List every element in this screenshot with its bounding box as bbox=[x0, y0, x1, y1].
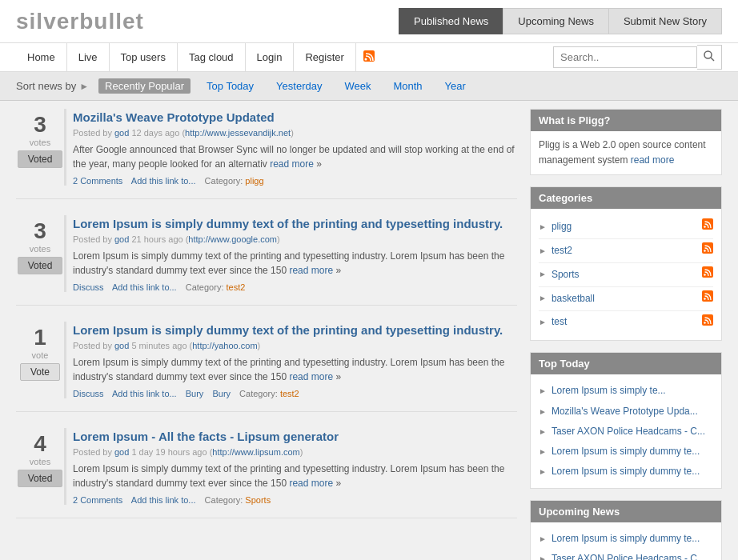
sidebar: What is Pligg? Pligg is a Web 2.0 open s… bbox=[530, 109, 722, 560]
main-layout: 3 votes Voted Mozilla's Weave Prototype … bbox=[0, 101, 738, 560]
nav-tab-published[interactable]: Published News bbox=[399, 8, 503, 34]
category-rss-icon[interactable] bbox=[702, 242, 713, 259]
news-action-link[interactable]: Discuss bbox=[73, 389, 104, 398]
news-action-link[interactable]: Discuss bbox=[73, 282, 104, 292]
author-link[interactable]: god bbox=[114, 128, 129, 138]
bury-link[interactable]: Bury bbox=[212, 389, 231, 398]
news-title-link[interactable]: Lorem Ipsum - All the facts - Lipsum gen… bbox=[73, 430, 339, 443]
logo: silverbullet bbox=[16, 9, 144, 34]
sort-top-today[interactable]: Top Today bbox=[200, 78, 260, 94]
sort-recently-popular[interactable]: Recently Popular bbox=[98, 78, 191, 94]
upcoming-link[interactable]: Taser AXON Police Headcams - C... bbox=[551, 551, 705, 560]
vote-count: 4 bbox=[16, 431, 64, 457]
category-rss-icon[interactable] bbox=[702, 314, 713, 331]
author-link[interactable]: god bbox=[114, 447, 129, 457]
news-title-link[interactable]: Mozilla's Weave Prototype Updated bbox=[73, 110, 275, 124]
rss-icon[interactable] bbox=[356, 43, 382, 71]
sec-nav-home[interactable]: Home bbox=[16, 43, 67, 71]
read-more-link[interactable]: read more bbox=[270, 158, 314, 170]
top-today-item: ► Lorem Ipsum is simply dummy te... bbox=[539, 442, 713, 462]
sort-week[interactable]: Week bbox=[338, 78, 377, 94]
news-actions: Discuss Add this link to... Category: te… bbox=[73, 282, 517, 292]
news-item-item-1: 3 votes Voted Mozilla's Weave Prototype … bbox=[16, 109, 517, 199]
category-link[interactable]: test2 bbox=[227, 282, 246, 292]
sort-year[interactable]: Year bbox=[439, 78, 472, 94]
secondary-nav: HomeLiveTop usersTag cloudLoginRegister bbox=[0, 43, 738, 72]
category-name-link[interactable]: basketball bbox=[551, 291, 595, 306]
sec-nav-login[interactable]: Login bbox=[246, 43, 295, 71]
svg-point-9 bbox=[704, 274, 705, 275]
category-name-link[interactable]: pligg bbox=[551, 219, 572, 234]
category-link-row[interactable]: ► basketball bbox=[539, 291, 595, 306]
upcoming-link[interactable]: Lorem Ipsum is simply dummy te... bbox=[551, 531, 700, 546]
category-link[interactable]: test2 bbox=[280, 389, 299, 398]
category-link-row[interactable]: ► test2 bbox=[539, 243, 572, 258]
news-action-link[interactable]: Bury bbox=[186, 389, 204, 398]
news-title-link[interactable]: Lorem Ipsum is simply dummy text of the … bbox=[73, 217, 503, 230]
category-rss-icon[interactable] bbox=[702, 290, 713, 307]
top-today-link[interactable]: Lorem Ipsum is simply dummy te... bbox=[551, 464, 700, 479]
top-today-header: Top Today bbox=[531, 353, 721, 374]
news-action-link[interactable]: 2 Comments bbox=[73, 495, 122, 505]
read-more-link[interactable]: read more bbox=[289, 478, 333, 489]
category-item: ► test2 bbox=[539, 239, 713, 263]
top-today-link[interactable]: Mozilla's Weave Prototype Upda... bbox=[551, 404, 698, 419]
sec-nav-live[interactable]: Live bbox=[67, 43, 110, 71]
upcoming-item: ► Taser AXON Police Headcams - C... bbox=[539, 549, 713, 560]
category-link[interactable]: pligg bbox=[245, 176, 263, 186]
top-today-link[interactable]: Lorem Ipsum is simply te... bbox=[551, 383, 666, 398]
category-link-row[interactable]: ► Sports bbox=[539, 267, 580, 282]
news-action-link[interactable]: Add this link to... bbox=[131, 176, 196, 186]
author-link[interactable]: god bbox=[114, 341, 129, 350]
top-today-body: ► Lorem Ipsum is simply te... ► Mozilla'… bbox=[531, 374, 721, 488]
category-rss-icon[interactable] bbox=[702, 266, 713, 283]
vote-button[interactable]: Voted bbox=[18, 150, 63, 168]
sec-nav-top-users[interactable]: Top users bbox=[110, 43, 178, 71]
sec-nav-register[interactable]: Register bbox=[294, 43, 355, 71]
search-button[interactable] bbox=[697, 45, 722, 70]
category-name-link[interactable]: Sports bbox=[551, 267, 580, 282]
source-link[interactable]: http://www.jessevandijk.net bbox=[185, 128, 291, 138]
search-input[interactable] bbox=[553, 46, 697, 68]
nav-tab-upcoming[interactable]: Upcoming News bbox=[503, 8, 608, 34]
category-link-row[interactable]: ► test bbox=[539, 314, 567, 330]
svg-point-1 bbox=[364, 58, 367, 61]
category-link[interactable]: Sports bbox=[245, 495, 271, 505]
category-name-link[interactable]: test2 bbox=[551, 243, 572, 258]
category-link-row[interactable]: ► pligg bbox=[539, 219, 572, 234]
news-title-link[interactable]: Lorem Ipsum is simply dummy text of the … bbox=[73, 323, 503, 337]
search-icon bbox=[703, 50, 716, 62]
news-action-link[interactable]: Add this link to... bbox=[112, 282, 177, 292]
arrow-icon: ► bbox=[539, 292, 547, 305]
sort-yesterday[interactable]: Yesterday bbox=[270, 78, 328, 94]
news-action-link[interactable]: 2 Comments bbox=[73, 176, 122, 186]
source-link[interactable]: http://yahoo.com bbox=[192, 341, 257, 350]
vote-button[interactable]: Voted bbox=[18, 470, 63, 487]
category-name-link[interactable]: test bbox=[551, 314, 567, 330]
vote-button[interactable]: Voted bbox=[18, 257, 63, 274]
top-today-link[interactable]: Lorem Ipsum is simply dummy te... bbox=[551, 444, 700, 459]
arrow-icon: ► bbox=[539, 533, 547, 546]
sort-month[interactable]: Month bbox=[387, 78, 428, 94]
top-today-item: ► Mozilla's Weave Prototype Upda... bbox=[539, 402, 713, 422]
category-rss-icon[interactable] bbox=[702, 218, 713, 235]
vote-button[interactable]: Vote bbox=[20, 363, 60, 381]
source-link[interactable]: http://www.lipsum.com bbox=[212, 447, 299, 457]
sec-nav-tag-cloud[interactable]: Tag cloud bbox=[178, 43, 246, 71]
categories-box: Categories ► pligg ► test2 ► Sports ► b bbox=[530, 186, 722, 341]
nav-tab-submit[interactable]: Submit New Story bbox=[608, 8, 722, 34]
news-action-link[interactable]: Add this link to... bbox=[112, 389, 177, 398]
arrow-icon: ► bbox=[539, 316, 547, 329]
category-item: ► Sports bbox=[539, 263, 713, 287]
news-action-link[interactable]: Add this link to... bbox=[131, 495, 196, 505]
news-content: 3 votes Voted Mozilla's Weave Prototype … bbox=[16, 109, 517, 560]
read-more-link[interactable]: read more bbox=[289, 265, 333, 276]
read-more-pligg[interactable]: read more bbox=[631, 154, 675, 166]
read-more-link[interactable]: read more bbox=[289, 371, 333, 382]
rss-feed-icon bbox=[363, 50, 375, 62]
categories-header: Categories bbox=[531, 187, 721, 209]
news-actions: Discuss Add this link to... Bury Bury Ca… bbox=[73, 389, 517, 398]
top-today-link[interactable]: Taser AXON Police Headcams - C... bbox=[551, 424, 705, 439]
source-link[interactable]: http://www.google.com bbox=[188, 234, 277, 244]
author-link[interactable]: god bbox=[114, 234, 129, 244]
